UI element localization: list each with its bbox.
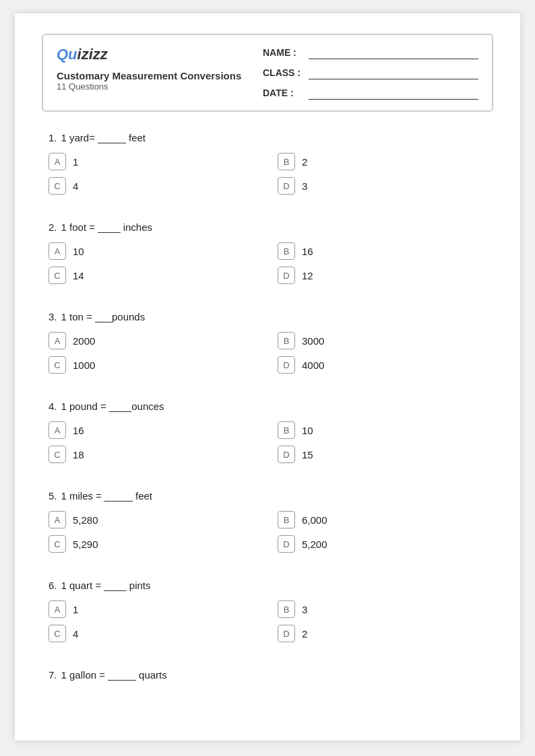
option-C[interactable]: C4	[49, 625, 264, 642]
question-4-options: A16B10C18D15	[42, 421, 493, 463]
option-value-A: 10	[73, 246, 84, 257]
question-4: 4.1 pound = ____ouncesA16B10C18D15	[42, 401, 493, 463]
question-number: 1.	[49, 132, 57, 143]
option-B[interactable]: B3	[278, 600, 493, 618]
option-letter-C: C	[49, 446, 66, 463]
question-number: 5.	[49, 490, 57, 502]
option-value-D: 5,200	[302, 539, 327, 550]
option-D[interactable]: D2	[278, 625, 493, 642]
option-B[interactable]: B10	[278, 421, 493, 439]
worksheet-subtitle: 11 Questions	[57, 81, 241, 92]
question-4-text: 4.1 pound = ____ounces	[42, 401, 493, 412]
question-6-text: 6.1 quart = ____ pints	[42, 580, 493, 591]
question-number: 4.	[49, 401, 57, 412]
option-letter-D: D	[278, 625, 295, 642]
question-2-text: 2.1 foot = ____ inches	[42, 221, 493, 233]
option-letter-C: C	[49, 625, 66, 642]
option-A[interactable]: A1	[49, 600, 264, 618]
question-1-text: 1.1 yard= _____ feet	[42, 132, 493, 143]
option-value-C: 4	[73, 628, 78, 640]
question-2: 2.1 foot = ____ inchesA10B16C14D12	[42, 221, 493, 284]
option-letter-A: A	[49, 511, 66, 528]
option-value-C: 18	[73, 449, 84, 460]
worksheet-title: Customary Measurement Conversions	[57, 70, 241, 81]
question-5-text: 5.1 miles = _____ feet	[42, 490, 493, 502]
option-value-D: 2	[302, 628, 307, 640]
option-value-B: 16	[302, 246, 313, 257]
option-D[interactable]: D12	[278, 267, 493, 284]
option-B[interactable]: B16	[278, 242, 493, 260]
class-label: CLASS :	[263, 67, 303, 78]
option-B[interactable]: B6,000	[278, 511, 493, 528]
option-value-A: 1	[73, 604, 78, 615]
question-1: 1.1 yard= _____ feetA1B2C4D3	[42, 132, 493, 195]
option-letter-B: B	[278, 421, 295, 439]
question-1-options: A1B2C4D3	[42, 153, 493, 195]
option-value-A: 5,280	[73, 514, 98, 526]
header-left: Quizizz Customary Measurement Conversion…	[57, 46, 241, 92]
logo-text: Qu	[57, 46, 77, 63]
option-C[interactable]: C14	[49, 267, 264, 284]
option-D[interactable]: D4000	[278, 356, 493, 374]
question-7: 7.1 gallon = _____ quarts	[42, 669, 493, 690]
question-5-options: A5,280B6,000C5,290D5,200	[42, 511, 493, 553]
option-letter-C: C	[49, 356, 66, 374]
option-C[interactable]: C5,290	[49, 535, 264, 553]
header: Quizizz Customary Measurement Conversion…	[42, 34, 493, 112]
option-letter-D: D	[278, 267, 295, 284]
option-C[interactable]: C4	[49, 177, 264, 195]
question-number: 2.	[49, 221, 57, 233]
option-B[interactable]: B2	[278, 153, 493, 170]
date-field-row: DATE :	[263, 86, 478, 100]
option-value-B: 3	[302, 604, 307, 615]
option-letter-C: C	[49, 267, 66, 284]
option-letter-D: D	[278, 177, 295, 195]
option-value-A: 1	[73, 156, 78, 168]
date-label: DATE :	[263, 88, 303, 98]
option-C[interactable]: C1000	[49, 356, 264, 374]
option-D[interactable]: D5,200	[278, 535, 493, 553]
option-D[interactable]: D3	[278, 177, 493, 195]
option-C[interactable]: C18	[49, 446, 264, 463]
option-letter-C: C	[49, 177, 66, 195]
option-value-B: 6,000	[302, 514, 327, 526]
question-number: 7.	[49, 669, 57, 681]
option-A[interactable]: A16	[49, 421, 264, 439]
option-value-A: 2000	[73, 335, 95, 347]
date-line	[309, 86, 478, 100]
option-letter-B: B	[278, 511, 295, 528]
class-line	[309, 66, 478, 79]
question-7-text: 7.1 gallon = _____ quarts	[42, 669, 493, 681]
question-number: 6.	[49, 580, 57, 591]
option-letter-A: A	[49, 332, 66, 349]
option-letter-B: B	[278, 153, 295, 170]
option-letter-D: D	[278, 356, 295, 374]
option-B[interactable]: B3000	[278, 332, 493, 349]
option-A[interactable]: A5,280	[49, 511, 264, 528]
option-value-B: 3000	[302, 335, 324, 347]
option-A[interactable]: A10	[49, 242, 264, 260]
option-D[interactable]: D15	[278, 446, 493, 463]
option-value-D: 12	[302, 270, 313, 281]
option-A[interactable]: A1	[49, 153, 264, 170]
option-value-C: 1000	[73, 359, 95, 371]
logo: Quizizz	[57, 46, 241, 63]
question-6-options: A1B3C4D2	[42, 600, 493, 642]
question-3: 3.1 ton = ___poundsA2000B3000C1000D4000	[42, 311, 493, 374]
option-letter-A: A	[49, 600, 66, 618]
option-value-D: 15	[302, 449, 313, 460]
option-A[interactable]: A2000	[49, 332, 264, 349]
logo-text-2: izizz	[77, 46, 108, 63]
option-value-C: 14	[73, 270, 84, 281]
question-3-text: 3.1 ton = ___pounds	[42, 311, 493, 322]
name-field-row: NAME :	[263, 46, 478, 59]
question-6: 6.1 quart = ____ pintsA1B3C4D2	[42, 580, 493, 642]
name-label: NAME :	[263, 47, 303, 58]
option-value-D: 4000	[302, 359, 324, 371]
option-letter-B: B	[278, 332, 295, 349]
header-fields: NAME : CLASS : DATE :	[263, 46, 478, 100]
option-letter-B: B	[278, 600, 295, 618]
class-field-row: CLASS :	[263, 66, 478, 79]
question-number: 3.	[49, 311, 57, 322]
option-value-C: 5,290	[73, 539, 98, 550]
